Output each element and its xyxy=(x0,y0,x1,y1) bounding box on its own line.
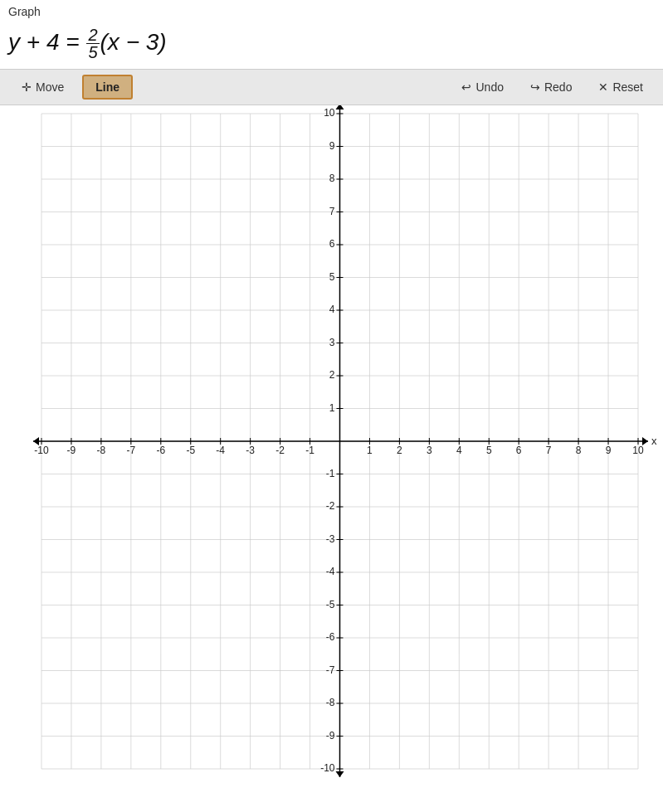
line-label: Line xyxy=(95,80,119,94)
app-title: Graph xyxy=(0,0,663,20)
fraction: 2 5 xyxy=(86,27,99,61)
graph-area[interactable] xyxy=(0,105,663,794)
undo-button[interactable]: ↩ Undo xyxy=(451,76,513,98)
line-button[interactable]: Line xyxy=(82,75,133,100)
redo-button[interactable]: ↪ Redo xyxy=(520,76,582,98)
undo-label: Undo xyxy=(475,80,503,94)
reset-label: Reset xyxy=(612,80,643,94)
reset-icon: ✕ xyxy=(598,80,608,94)
reset-button[interactable]: ✕ Reset xyxy=(588,76,653,98)
equation-display: y + 4 = 2 5 (x − 3) xyxy=(0,20,663,69)
undo-icon: ↩ xyxy=(461,80,471,94)
toolbar: ✛ Move Line ↩ Undo ↪ Redo ✕ Reset xyxy=(0,69,663,105)
move-icon: ✛ xyxy=(22,80,32,94)
move-button[interactable]: ✛ Move xyxy=(10,76,76,98)
redo-label: Redo xyxy=(544,80,572,94)
redo-icon: ↪ xyxy=(530,80,540,94)
graph-canvas[interactable] xyxy=(0,105,663,794)
move-label: Move xyxy=(36,80,64,94)
